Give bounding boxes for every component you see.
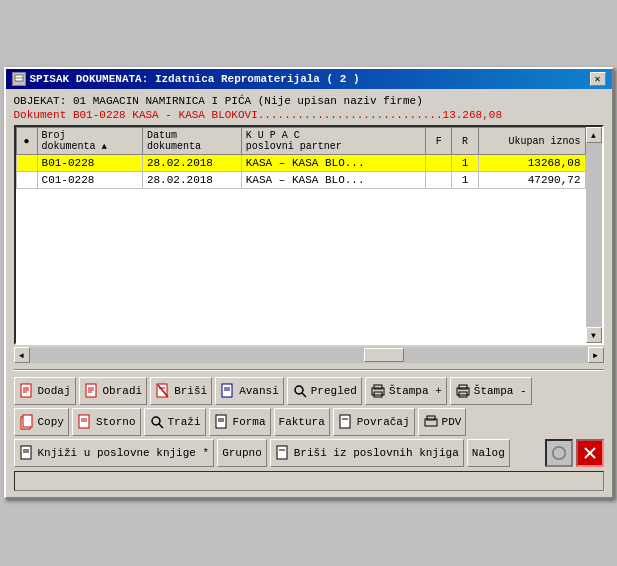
obradi-label: Obradi <box>103 385 143 397</box>
document-table: ● Brojdokumenta ▲ Datumdokumenta K U P A… <box>16 127 586 189</box>
col-header-iznos[interactable]: Ukupan iznos <box>478 128 585 155</box>
pdv-label: PDV <box>442 416 462 428</box>
cell-mark <box>16 155 37 172</box>
table-row[interactable]: C01-0228 28.02.2018 KASA – KASA BLO... 1… <box>16 172 585 189</box>
close-button[interactable]: ✕ <box>590 72 606 86</box>
objekat-line: OBJEKAT: 01 MAGACIN NAMIRNICA I PIĆA (Ni… <box>14 95 604 107</box>
cell-r: 1 <box>452 172 478 189</box>
separator-1 <box>14 369 604 371</box>
dodaj-label: Dodaj <box>38 385 71 397</box>
cell-mark <box>16 172 37 189</box>
cell-f <box>426 155 452 172</box>
knjizi-button[interactable]: Knjiži u poslovne knjige * <box>14 439 215 467</box>
svg-point-16 <box>295 386 303 394</box>
stampa-minus-button[interactable]: Štampa - <box>450 377 532 405</box>
avansi-icon <box>220 383 236 399</box>
h-scroll-track <box>30 347 588 363</box>
stampa-minus-icon <box>455 383 471 399</box>
pdv-icon <box>423 414 439 430</box>
grupno-label: Grupno <box>222 447 262 459</box>
knjizi-icon <box>19 445 35 461</box>
scroll-left-button[interactable]: ◄ <box>14 347 30 363</box>
scroll-up-button[interactable]: ▲ <box>586 127 602 143</box>
col-header-f[interactable]: F <box>426 128 452 155</box>
scroll-track <box>586 143 602 327</box>
pdv-button[interactable]: PDV <box>418 408 467 436</box>
window-body: OBJEKAT: 01 MAGACIN NAMIRNICA I PIĆA (Ni… <box>6 89 612 497</box>
vertical-scrollbar[interactable]: ▲ ▼ <box>586 127 602 343</box>
svg-point-43 <box>552 447 564 459</box>
povracaj-button[interactable]: Povračaj <box>333 408 415 436</box>
brisi-pk-button[interactable]: Briši iz poslovnih knjiga <box>270 439 464 467</box>
svg-line-17 <box>302 393 306 397</box>
faktura-label: Faktura <box>279 416 325 428</box>
dodaj-button[interactable]: Dodaj <box>14 377 76 405</box>
cell-broj: C01-0228 <box>37 172 142 189</box>
svg-line-30 <box>159 424 163 428</box>
knjizi-label: Knjiži u poslovne knjige * <box>38 447 210 459</box>
circle-icon <box>545 439 573 467</box>
brisi-button[interactable]: Briši <box>150 377 212 405</box>
cell-broj: B01-0228 <box>37 155 142 172</box>
button-row-2: Copy Storno Traži Forma F <box>14 408 604 436</box>
storno-button[interactable]: Storno <box>72 408 141 436</box>
trazi-button[interactable]: Traži <box>144 408 206 436</box>
col-header-datum[interactable]: Datumdokumenta <box>142 128 241 155</box>
col-header-mark: ● <box>16 128 37 155</box>
povracaj-icon <box>338 414 354 430</box>
scroll-right-button[interactable]: ► <box>588 347 604 363</box>
horizontal-scrollbar: ◄ ► <box>14 347 604 363</box>
cell-f <box>426 172 452 189</box>
cell-datum: 28.02.2018 <box>142 155 241 172</box>
copy-icon <box>19 414 35 430</box>
copy-label: Copy <box>38 416 64 428</box>
h-scroll-thumb[interactable] <box>364 348 404 362</box>
stampa-minus-label: Štampa - <box>474 385 527 397</box>
nalog-label: Nalog <box>472 447 505 459</box>
status-bar <box>14 471 604 491</box>
pregled-button[interactable]: Pregled <box>287 377 362 405</box>
brisi-pk-label: Briši iz poslovnih knjiga <box>294 447 459 459</box>
main-window: SPISAK DOKUMENATA: Izdatnica Repromateri… <box>4 67 614 499</box>
cell-r: 1 <box>452 155 478 172</box>
svg-rect-25 <box>23 415 32 427</box>
cell-kupac: KASA – KASA BLO... <box>241 155 425 172</box>
button-row-1: Dodaj Obradi Briši Avansi <box>14 377 604 405</box>
cell-kupac: KASA – KASA BLO... <box>241 172 425 189</box>
table-row[interactable]: B01-0228 28.02.2018 KASA – KASA BLO... 1… <box>16 155 585 172</box>
brisi-pk-icon <box>275 445 291 461</box>
svg-rect-34 <box>340 415 350 428</box>
trazi-icon <box>149 414 165 430</box>
col-header-broj[interactable]: Brojdokumenta ▲ <box>37 128 142 155</box>
stampa-plus-button[interactable]: Štampa + <box>365 377 447 405</box>
trazi-label: Traži <box>168 416 201 428</box>
window-title: SPISAK DOKUMENATA: Izdatnica Repromateri… <box>30 73 360 85</box>
red-x-button[interactable] <box>576 439 604 467</box>
table-area: ● Brojdokumenta ▲ Datumdokumenta K U P A… <box>16 127 586 343</box>
doc-line: Dokument B01-0228 KASA - KASA BLOKOVI...… <box>14 109 604 121</box>
povracaj-label: Povračaj <box>357 416 410 428</box>
obradi-button[interactable]: Obradi <box>79 377 148 405</box>
svg-rect-41 <box>277 446 287 459</box>
brisi-label: Briši <box>174 385 207 397</box>
cell-iznos: 47290,72 <box>478 172 585 189</box>
cell-datum: 28.02.2018 <box>142 172 241 189</box>
avansi-button[interactable]: Avansi <box>215 377 284 405</box>
nalog-button[interactable]: Nalog <box>467 439 510 467</box>
document-table-container: ● Brojdokumenta ▲ Datumdokumenta K U P A… <box>14 125 604 345</box>
grupno-button[interactable]: Grupno <box>217 439 267 467</box>
faktura-button[interactable]: Faktura <box>274 408 330 436</box>
pregled-label: Pregled <box>311 385 357 397</box>
title-bar: SPISAK DOKUMENATA: Izdatnica Repromateri… <box>6 69 612 89</box>
scroll-down-button[interactable]: ▼ <box>586 327 602 343</box>
button-row-3: Knjiži u poslovne knjige * Grupno Briši … <box>14 439 604 467</box>
col-header-kupac[interactable]: K U P A Cposlovni partner <box>241 128 425 155</box>
svg-point-29 <box>152 417 160 425</box>
copy-button[interactable]: Copy <box>14 408 69 436</box>
brisi-icon <box>155 383 171 399</box>
title-bar-left: SPISAK DOKUMENATA: Izdatnica Repromateri… <box>12 72 360 86</box>
forma-icon <box>214 414 230 430</box>
forma-button[interactable]: Forma <box>209 408 271 436</box>
col-header-r[interactable]: R <box>452 128 478 155</box>
window-icon <box>12 72 26 86</box>
